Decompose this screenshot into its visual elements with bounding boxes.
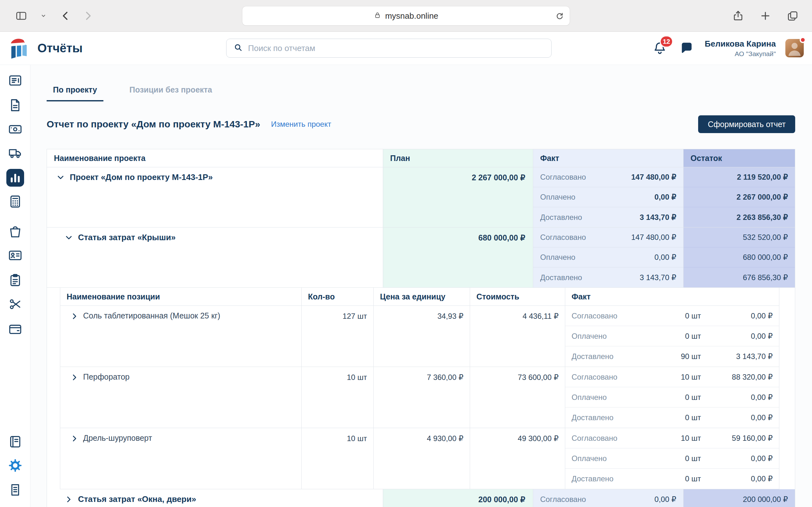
new-tab-icon[interactable] — [757, 7, 774, 24]
cost-item-row-toggle[interactable]: Статья затрат «Крыши» — [47, 228, 383, 287]
plan-value: 680 000,00 ₽ — [383, 228, 533, 287]
position-price: 4 930,00 ₽ — [374, 428, 470, 489]
gear-icon — [8, 458, 22, 473]
position-row-toggle[interactable]: Соль таблетированная (Мешок 25 кг) — [60, 306, 302, 367]
tabs: По проекту Позиции без проекта — [47, 83, 795, 101]
sidebar-item-calculator[interactable] — [7, 193, 23, 210]
search-input[interactable] — [248, 43, 544, 53]
chevron-right-icon[interactable] — [70, 312, 79, 321]
position-price: 7 360,00 ₽ — [374, 367, 470, 428]
sidebar-item-docs[interactable] — [7, 482, 23, 498]
sidebar-item-settings[interactable] — [7, 457, 23, 474]
lock-icon — [374, 11, 381, 20]
fact-cell: Согласовано147 480,00 ₽ Оплачено0,00 ₽ Д… — [533, 167, 683, 227]
positions-header-row: Наименование позиции Кол-во Цена за един… — [60, 288, 779, 306]
sidebar-item-payments[interactable] — [7, 121, 23, 137]
sidebar-item-contacts[interactable] — [7, 247, 23, 264]
chevron-down-icon[interactable] — [56, 173, 65, 182]
share-icon[interactable] — [729, 7, 747, 24]
truck-icon — [8, 146, 22, 160]
search-box[interactable] — [226, 39, 552, 58]
header-rest: Остаток — [683, 149, 795, 167]
edit-project-link[interactable]: Изменить проект — [271, 120, 331, 129]
sidebar-item-tools[interactable] — [7, 296, 23, 313]
cost-item-row-toggle[interactable]: Статья затрат «Окна, двери» — [47, 489, 383, 507]
sidebar-item-guide[interactable] — [7, 434, 23, 450]
tab-without-project[interactable]: Позиции без проекта — [123, 83, 218, 101]
project-summary-table: Наименование проекта План Факт Остаток П… — [47, 149, 795, 507]
scissors-icon — [8, 297, 22, 312]
reload-icon[interactable] — [552, 8, 567, 23]
header-fact: Факт — [565, 288, 779, 305]
fact-cell: Согласовано0 шт0,00 ₽ Оплачено0 шт0,00 ₽… — [565, 306, 779, 367]
position-qty: 10 шт — [302, 367, 374, 428]
search-icon — [234, 43, 243, 54]
avatar[interactable] — [785, 39, 804, 57]
table-row-project: Проект «Дом по проекту М-143-1Р» 2 267 0… — [47, 167, 795, 228]
notification-badge: 12 — [660, 36, 673, 48]
document-icon — [8, 483, 22, 497]
browser-chrome: mysnab.online — [0, 0, 812, 32]
sidebar-item-documents[interactable] — [7, 97, 23, 113]
position-qty: 10 шт — [302, 428, 374, 489]
page-title: Отчёты — [38, 42, 83, 55]
position-row-toggle[interactable]: Перфоратор — [60, 367, 302, 428]
tab-overview-icon[interactable] — [784, 7, 801, 24]
rest-cell: 532 520,00 ₽ 680 000,00 ₽ 676 856,30 ₽ — [683, 228, 795, 287]
chevron-right-icon[interactable] — [64, 495, 73, 504]
fact-cell: Согласовано0,00 ₽ — [533, 489, 683, 507]
notifications-bell-icon[interactable]: 12 — [651, 39, 669, 57]
chevron-right-icon[interactable] — [70, 373, 79, 382]
table-row-position: Соль таблетированная (Мешок 25 кг) 127 ш… — [60, 306, 779, 367]
sidebar-item-tasks[interactable] — [7, 272, 23, 288]
chevron-right-icon[interactable] — [70, 434, 79, 443]
back-button[interactable] — [57, 7, 74, 24]
user-menu[interactable]: Беликова Карина АО "Закупай" — [705, 39, 776, 58]
table-row-cost-item-next: Статья затрат «Окна, двери» 200 000,00 ₽… — [47, 489, 795, 507]
fact-cell: Согласовано10 шт88 320,00 ₽ Оплачено0 шт… — [565, 367, 779, 428]
messages-icon[interactable] — [678, 40, 695, 57]
header-fact: Факт — [533, 149, 683, 167]
sidebar-item-wallet[interactable] — [7, 321, 23, 337]
plan-value: 2 267 000,00 ₽ — [383, 167, 533, 227]
online-status-dot — [800, 37, 806, 43]
project-row-toggle[interactable]: Проект «Дом по проекту М-143-1Р» — [47, 167, 383, 227]
position-cost: 49 300,00 ₽ — [470, 428, 565, 489]
address-bar[interactable]: mysnab.online — [242, 6, 570, 25]
position-row-toggle[interactable]: Дрель-шуруповерт — [60, 428, 302, 489]
header-position-name: Наименование позиции — [60, 288, 302, 305]
sidebar-item-reports[interactable] — [7, 72, 23, 89]
forward-button[interactable] — [79, 7, 96, 24]
banknote-icon — [8, 122, 22, 136]
tab-by-project[interactable]: По проекту — [47, 83, 103, 101]
wallet-icon — [8, 322, 22, 336]
position-cost: 73 600,00 ₽ — [470, 367, 565, 428]
position-price: 34,93 ₽ — [374, 306, 470, 367]
report-title: Отчет по проекту «Дом по проекту М-143-1… — [47, 119, 260, 130]
sidebar-item-analytics[interactable] — [6, 169, 24, 187]
bar-chart-icon — [8, 170, 22, 185]
app-logo-icon — [8, 37, 29, 60]
generate-report-button[interactable]: Сформировать отчет — [698, 115, 795, 133]
bag-icon — [8, 224, 22, 239]
header-plan: План — [383, 149, 533, 167]
table-row-position: Дрель-шуруповерт 10 шт 4 930,00 ₽ 49 300… — [60, 428, 779, 489]
sidebar-toggle-button[interactable] — [13, 7, 30, 24]
newspaper-icon — [8, 73, 22, 88]
sidebar-item-orders[interactable] — [7, 223, 23, 240]
rest-cell: 2 119 520,00 ₽ 2 267 000,00 ₽ 2 263 856,… — [683, 167, 795, 227]
id-card-icon — [8, 248, 22, 263]
position-qty: 127 шт — [302, 306, 374, 367]
sidebar-item-delivery[interactable] — [7, 145, 23, 161]
file-icon — [8, 98, 22, 112]
header-cost: Стоимость — [470, 288, 565, 305]
sidebar — [0, 65, 31, 507]
chevron-down-icon[interactable] — [35, 7, 52, 24]
header-unit-price: Цена за единицу — [374, 288, 470, 305]
user-name: Беликова Карина — [705, 39, 776, 49]
user-organization: АО "Закупай" — [705, 50, 776, 58]
fact-cell: Согласовано10 шт59 160,00 ₽ Оплачено0 шт… — [565, 428, 779, 489]
chevron-down-icon[interactable] — [64, 233, 73, 242]
rest-cell: 200 000,00 ₽ — [683, 489, 795, 507]
table-row-cost-item: Статья затрат «Крыши» 680 000,00 ₽ Согла… — [47, 228, 795, 288]
